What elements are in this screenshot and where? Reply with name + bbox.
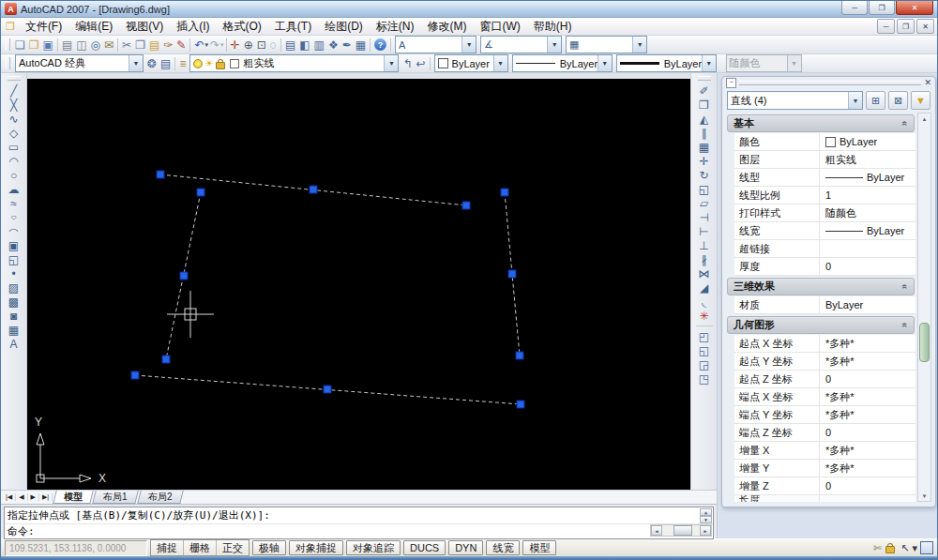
grip[interactable] xyxy=(157,171,164,178)
grip[interactable] xyxy=(131,371,139,379)
lineweight-combo[interactable]: ByLayer ▼ xyxy=(616,54,717,72)
property-row[interactable]: 起点 X 坐标 *多种* xyxy=(734,335,915,353)
explode-button[interactable]: ✳ xyxy=(694,309,715,323)
toggle-DYN[interactable]: DYN xyxy=(448,540,483,555)
make-object-layer-current-button[interactable]: ↰ xyxy=(401,55,414,71)
menu-item-8[interactable]: 修改(M) xyxy=(421,18,474,36)
property-row[interactable]: 端点 X 坐标 *多种* xyxy=(734,388,915,406)
gradient-button[interactable]: ▩ xyxy=(4,295,24,309)
property-row[interactable]: 图层 粗实线 xyxy=(734,151,915,169)
extend-button[interactable]: ⊢ xyxy=(694,224,715,238)
quick-select-button[interactable]: ▼ xyxy=(911,91,930,110)
toolbar-drag-grip[interactable] xyxy=(6,57,10,69)
property-value[interactable]: 0 xyxy=(820,261,915,272)
copy-clip-button[interactable]: ❐ xyxy=(133,37,147,53)
status-menu-arrow-icon[interactable]: ▾ xyxy=(912,543,917,553)
quickcalc-button[interactable]: ▦ xyxy=(354,37,368,53)
help-button[interactable]: ? xyxy=(372,37,388,53)
chevron-down-icon[interactable]: ▼ xyxy=(598,55,611,71)
property-row[interactable]: 增量 Y *多种* xyxy=(734,460,915,477)
text-style-combo[interactable]: A ▼ xyxy=(395,36,477,53)
property-row[interactable]: 端点 Y 坐标 *多种* xyxy=(734,406,915,424)
markupset-manager-button[interactable]: ✒ xyxy=(340,37,354,53)
property-row[interactable]: 超链接 xyxy=(734,240,915,258)
point-button[interactable]: • xyxy=(4,266,24,280)
maximize-button[interactable]: ❐ xyxy=(869,1,895,15)
chevron-down-icon[interactable]: ▼ xyxy=(702,55,715,71)
chevron-down-icon[interactable]: ▼ xyxy=(848,92,862,109)
toolbar-drag-grip[interactable] xyxy=(6,38,10,51)
polyline-button[interactable]: ∿ xyxy=(4,112,24,126)
layer-color-swatch[interactable] xyxy=(230,59,239,68)
region-button[interactable]: ◙ xyxy=(4,309,24,323)
toolbar-lock-icon[interactable] xyxy=(885,546,895,553)
property-value[interactable]: 0 xyxy=(820,480,915,492)
drawing-canvas[interactable]: Y X xyxy=(27,79,690,490)
toggle-对象追踪[interactable]: 对象追踪 xyxy=(346,540,401,555)
grip[interactable] xyxy=(508,270,516,278)
scale-button[interactable]: ◱ xyxy=(694,182,715,196)
match-properties-button[interactable]: ✑ xyxy=(161,37,174,53)
save-button[interactable]: ▣ xyxy=(41,37,55,53)
property-row[interactable]: 起点 Y 坐标 *多种* xyxy=(734,353,915,371)
undo-button[interactable]: ↶ xyxy=(192,37,205,53)
table-style-combo[interactable]: ▦ ▼ xyxy=(566,36,647,53)
toggle-捕捉[interactable]: 捕捉 xyxy=(151,540,184,555)
menu-item-2[interactable]: 视图(V) xyxy=(119,18,170,36)
hatch-button[interactable]: ▨ xyxy=(4,280,24,295)
menu-item-6[interactable]: 绘图(D) xyxy=(318,18,370,36)
grip[interactable] xyxy=(501,189,508,196)
property-row[interactable]: 线型 ByLayer xyxy=(734,169,915,187)
erase-button[interactable]: ✐ xyxy=(694,83,715,98)
property-row[interactable]: 端点 Z 坐标 0 xyxy=(734,424,915,442)
zoom-window-button[interactable]: ⊡ xyxy=(255,37,268,53)
chevron-down-icon[interactable]: ▼ xyxy=(384,55,398,71)
property-row[interactable]: 线型比例 1 xyxy=(734,187,915,204)
tab-nav-3[interactable]: ▶| xyxy=(39,493,53,501)
grip[interactable] xyxy=(516,352,523,359)
workspace-combo[interactable]: AutoCAD 经典 ▼ xyxy=(15,54,144,72)
menu-item-1[interactable]: 编辑(E) xyxy=(68,18,119,36)
property-value[interactable]: *多种* xyxy=(820,462,915,476)
section-header[interactable]: 几何图形« xyxy=(727,316,915,334)
property-value[interactable]: 0 xyxy=(820,373,915,385)
layer-combo[interactable]: ☀ 粗实线 ▼ xyxy=(189,54,399,72)
minimize-button[interactable]: ─ xyxy=(841,1,868,15)
toggle-DUCS[interactable]: DUCS xyxy=(403,540,446,555)
property-value[interactable]: *多种* xyxy=(820,337,915,351)
table-button[interactable]: ▦ xyxy=(4,323,24,337)
grip[interactable] xyxy=(462,202,470,209)
open-button[interactable]: ❐ xyxy=(27,37,41,53)
property-row[interactable]: 厚度 0 xyxy=(734,258,915,276)
property-row[interactable]: 长度 xyxy=(734,495,915,502)
property-row[interactable]: 增量 Z 0 xyxy=(734,477,915,495)
property-row[interactable]: 增量 X *多种* xyxy=(734,442,915,460)
section-header[interactable]: 三维效果« xyxy=(727,278,915,295)
toggle-pickadd-button[interactable]: ⊞ xyxy=(866,91,885,110)
linetype-combo[interactable]: ByLayer ▼ xyxy=(512,54,613,72)
property-value[interactable]: *多种* xyxy=(820,355,915,369)
redo-dropdown-arrow[interactable]: ▾ xyxy=(220,41,224,49)
join-button[interactable]: ⋈ xyxy=(694,266,715,280)
property-row[interactable]: 线宽 ByLayer xyxy=(734,222,915,240)
scroll-thumb[interactable] xyxy=(919,323,930,362)
property-value[interactable]: *多种* xyxy=(820,408,915,422)
fillet-button[interactable]: ◟ xyxy=(694,295,715,309)
zoom-realtime-button[interactable]: ⊕ xyxy=(242,37,255,53)
grip[interactable] xyxy=(180,272,188,280)
properties-button[interactable]: ▤ xyxy=(283,37,297,53)
scroll-left-icon[interactable]: ◀ xyxy=(651,525,662,536)
toggle-极轴[interactable]: 极轴 xyxy=(252,540,286,555)
layer-properties-manager-button[interactable]: ≡ xyxy=(177,55,188,71)
new-button[interactable]: ❏ xyxy=(13,37,27,53)
chevron-down-icon[interactable]: ▼ xyxy=(461,37,476,53)
palette-close-icon[interactable]: ✕ xyxy=(924,79,931,87)
plot-button[interactable]: ▤ xyxy=(60,37,74,53)
revision-cloud-button[interactable]: ☁ xyxy=(4,182,24,196)
toggle-模型[interactable]: 模型 xyxy=(522,540,556,555)
property-row[interactable]: 材质 ByLayer xyxy=(734,296,915,314)
annotation-visibility-icon[interactable]: ✄ xyxy=(873,543,882,553)
toolbar-drag-grip[interactable] xyxy=(8,76,21,81)
offset-button[interactable]: ∥ xyxy=(694,126,715,140)
annotation-autoscale-icon[interactable]: ↖ xyxy=(900,543,909,553)
